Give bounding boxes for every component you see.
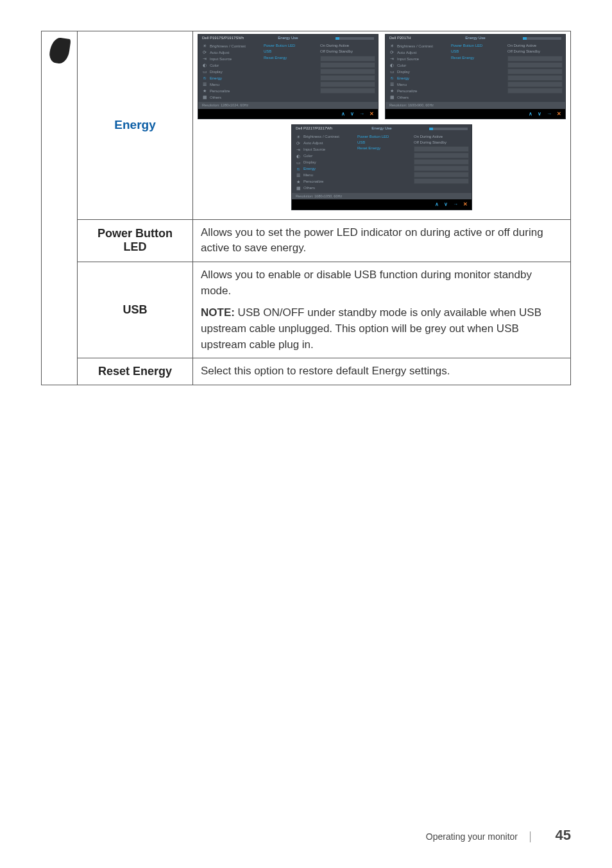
osd-screenshot-p1917s: Dell P1917S/P1917SWh Energy Use ☀Brightn…: [198, 34, 378, 119]
star-icon: ★: [202, 88, 207, 94]
energy-icon: ⎋: [202, 76, 207, 81]
settings-table: Energy Dell P1917S/P1917SWh Energy Use: [41, 31, 571, 385]
row-label-usb: USB: [78, 262, 193, 358]
input-icon: ⇥: [202, 56, 207, 62]
menu-icon: ☰: [202, 82, 207, 87]
row-label-energy: Energy: [78, 31, 193, 220]
row-label-power-button-led: Power Button LED: [78, 219, 193, 262]
row-label-reset-energy: Reset Energy: [78, 358, 193, 385]
osd-screenshot-p2217: Dell P2217/P2217Wh Energy Use ☀Brightnes…: [291, 124, 472, 210]
energy-bar-icon: [336, 37, 374, 40]
energy-screenshots-cell: Dell P1917S/P1917SWh Energy Use ☀Brightn…: [193, 31, 571, 220]
leaf-icon: [48, 37, 71, 65]
osd-values: On During Active Off During Standby: [318, 42, 378, 102]
osd-screenshot-group: Dell P1917S/P1917SWh Energy Use ☀Brightn…: [197, 34, 566, 217]
display-icon: ▭: [202, 69, 207, 74]
usb-note: NOTE: USB ON/OFF under standby mode is o…: [201, 305, 563, 353]
osd-title: Energy Use: [278, 36, 298, 40]
footer-divider: │: [528, 831, 534, 842]
osd-nav: ∧ ∨ → ✕: [198, 109, 378, 119]
nav-up-icon: ∧: [341, 111, 345, 117]
osd-submenu: Power Button LED USB Reset Energy: [262, 42, 318, 102]
row-desc-usb: Allows you to enable or disable USB func…: [193, 262, 571, 358]
nav-exit-icon: ✕: [370, 111, 374, 117]
osd-model: Dell P2017H: [389, 36, 411, 40]
row-desc-reset-energy: Select this option to restore default En…: [193, 358, 571, 385]
energy-icon-cell: [42, 31, 78, 385]
osd-title: Energy Use: [371, 126, 391, 131]
page-footer: Operating your monitor │ 45: [426, 827, 571, 844]
row-desc-power-button-led: Allows you to set the power LED indicato…: [193, 219, 571, 262]
color-icon: ◐: [202, 63, 207, 68]
others-icon: ▦: [202, 95, 207, 100]
auto-icon: ⟳: [202, 50, 207, 55]
osd-model: Dell P2217/P2217Wh: [296, 126, 332, 131]
osd-model: Dell P1917S/P1917SWh: [202, 36, 244, 40]
energy-bar-icon: [523, 37, 561, 40]
energy-label: Energy: [114, 118, 155, 131]
energy-bar-icon: [429, 128, 468, 130]
osd-resolution: Resolution: 1280x1024, 60Hz: [198, 102, 378, 109]
sun-icon: ☀: [202, 44, 207, 49]
footer-page-number: 45: [556, 827, 571, 843]
nav-down-icon: ∨: [350, 111, 354, 117]
osd-title: Energy Use: [465, 36, 485, 40]
osd-left-menu: ☀Brightness / Contrast ⟳Auto Adjust ⇥Inp…: [198, 42, 262, 102]
osd-screenshot-p2017h: Dell P2017H Energy Use ☀Brightness / Con…: [385, 34, 566, 119]
nav-enter-icon: →: [359, 111, 364, 117]
footer-section: Operating your monitor: [426, 831, 518, 842]
